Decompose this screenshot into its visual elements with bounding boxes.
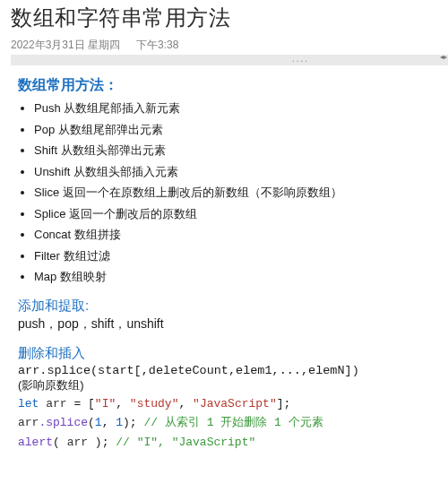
section-heading-array-methods: 数组常用方法：: [18, 76, 439, 95]
meta-date: 2022年3月31日 星期四: [11, 38, 120, 53]
list-item: Pop 从数组尾部弹出元素: [34, 122, 439, 138]
token-punct: (: [53, 436, 67, 449]
expand-marker-icon[interactable]: ◂▸: [440, 54, 447, 61]
token-punct: (: [88, 416, 95, 429]
token-identifier: arr: [67, 436, 88, 449]
array-methods-list: Push 从数组尾部插入新元素 Pop 从数组尾部弹出元素 Shift 从数组头…: [34, 100, 439, 285]
collapse-bar[interactable]: ◂▸: [11, 55, 448, 65]
splice-note: (影响原数组): [18, 377, 439, 393]
list-item: Concat 数组拼接: [34, 227, 439, 243]
section-heading-delete-insert: 删除和插入: [18, 345, 439, 362]
section-heading-add-extract: 添加和提取:: [18, 298, 439, 315]
token-string: "I": [95, 397, 116, 410]
list-item: Splice 返回一个删改后的原数组: [34, 206, 439, 222]
note-body: 数组常用方法： Push 从数组尾部插入新元素 Pop 从数组尾部弹出元素 Sh…: [11, 65, 448, 454]
note-page: 数组和字符串常用方法 2022年3月31日 星期四 下午3:38 ◂▸ 数组常用…: [0, 0, 448, 463]
token-number: 1: [116, 416, 123, 429]
token-identifier: arr: [46, 397, 66, 410]
token-comment: // "I", "JavaScript": [116, 436, 255, 449]
list-item: Map 数组映射: [34, 269, 439, 285]
list-item: Shift 从数组头部弹出元素: [34, 143, 439, 159]
list-item: Push 从数组尾部插入新元素: [34, 100, 439, 117]
token-punct: ,: [102, 416, 116, 429]
token-comment: // 从索引 1 开始删除 1 个元素: [143, 416, 323, 429]
token-punct: );: [123, 416, 143, 429]
list-item: Unshift 从数组头部插入元素: [34, 164, 439, 180]
token-punct: );: [88, 436, 116, 449]
list-item: Filter 数组过滤: [34, 248, 439, 264]
meta-time: 下午3:38: [136, 38, 178, 53]
list-item: Slice 返回一个在原数组上删改后的新数组（不影响原数组）: [34, 185, 439, 201]
code-line-3: alert( arr ); // "I", "JavaScript": [18, 434, 439, 452]
token-string: "study": [130, 397, 179, 410]
splice-signature: arr.splice(start[,deleteCount,elem1,...,…: [18, 364, 439, 377]
add-extract-body: push，pop，shift，unshift: [18, 316, 439, 333]
token-function: alert: [18, 436, 53, 449]
token-number: 1: [95, 416, 102, 429]
code-line-1: let arr = ["I", "study", "JavaScript"];: [18, 395, 439, 413]
token-function: .splice: [39, 416, 88, 429]
token-string: "JavaScript": [193, 397, 277, 410]
token-keyword: let: [18, 397, 39, 410]
token-punct: ];: [277, 397, 291, 410]
page-title: 数组和字符串常用方法: [11, 4, 448, 32]
meta-row: 2022年3月31日 星期四 下午3:38: [11, 38, 448, 53]
token-identifier: arr: [18, 416, 39, 429]
token-punct: = [: [67, 397, 95, 410]
code-line-2: arr.splice(1, 1); // 从索引 1 开始删除 1 个元素: [18, 414, 439, 432]
